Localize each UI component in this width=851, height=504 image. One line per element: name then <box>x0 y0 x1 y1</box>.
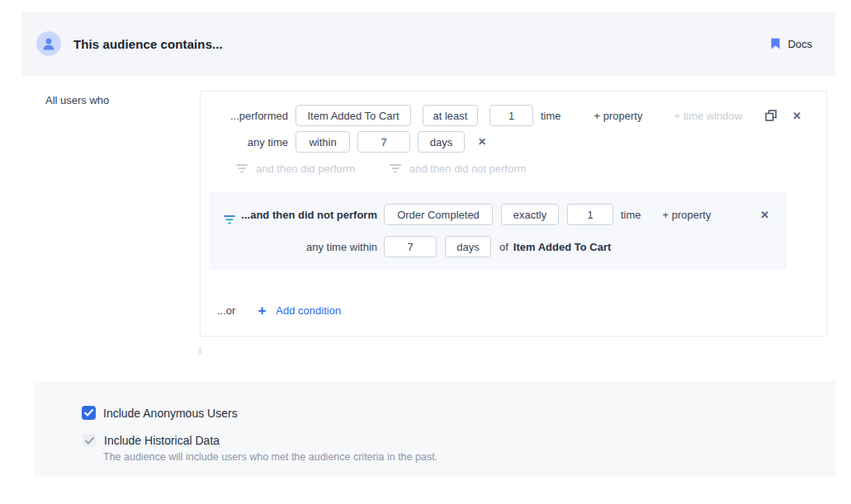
historical-data-checkbox[interactable] <box>83 434 96 447</box>
avatar <box>36 31 61 56</box>
and-then-did-perform-option[interactable]: and then did perform <box>236 163 355 175</box>
add-condition-button[interactable]: + Add condition <box>258 304 341 318</box>
check-icon <box>84 409 93 417</box>
window-operator-select[interactable]: within <box>295 131 350 153</box>
reference-event-label: Item Added To Cart <box>513 241 611 253</box>
duplicate-icon[interactable] <box>765 110 777 121</box>
funnel-icon-active <box>224 215 235 224</box>
audience-header: This audience contains... Docs <box>22 12 835 76</box>
funnel-icon <box>390 164 401 173</box>
historical-data-option: Include Historical Data <box>83 434 220 447</box>
event2-select[interactable]: Order Completed <box>384 204 493 225</box>
count2-input[interactable] <box>567 204 613 225</box>
or-label: ...or <box>217 304 235 317</box>
any-time-within-label: any time within <box>306 241 377 253</box>
remove-time-window-icon[interactable]: ✕ <box>478 137 486 147</box>
historical-data-description: The audience will include users who met … <box>103 451 437 463</box>
operator2-select[interactable]: exactly <box>501 204 559 225</box>
audience-options-section: Include Anonymous Users Include Historic… <box>34 381 835 477</box>
event-select[interactable]: Item Added To Cart <box>295 105 411 126</box>
count-input[interactable] <box>489 105 533 126</box>
plus-icon: + <box>258 304 266 318</box>
condition2-label: ...and then did not perform <box>241 209 377 221</box>
historical-data-label: Include Historical Data <box>104 434 220 447</box>
add-time-window-button[interactable]: + time window <box>674 110 742 122</box>
anonymous-users-option: Include Anonymous Users <box>82 406 238 420</box>
condition2-window-row: any time within days of Item Added To Ca… <box>209 236 787 257</box>
add-condition-label: Add condition <box>276 304 341 317</box>
time2-label: time <box>621 209 641 221</box>
condition-panel: ...performed Item Added To Cart at least… <box>200 91 827 337</box>
remove-condition1-icon[interactable]: ✕ <box>792 111 801 121</box>
remove-condition2-icon[interactable]: ✕ <box>760 210 787 220</box>
window-unit-select[interactable]: days <box>418 131 465 153</box>
and-then-did-not-perform-option[interactable]: and then did not perform <box>390 163 527 175</box>
all-users-label: All users who <box>45 94 109 106</box>
of-label: of <box>499 241 508 253</box>
add-property-button[interactable]: + property <box>594 110 643 122</box>
condition1-window-row: any time within days ✕ <box>201 131 826 153</box>
condition1-main-row: ...performed Item Added To Cart at least… <box>201 105 826 126</box>
window-count-input[interactable] <box>357 131 410 153</box>
docs-label: Docs <box>787 38 812 50</box>
funnel-icon <box>236 164 248 173</box>
any-time-label: any time <box>201 136 288 148</box>
condition2-main-row: ...and then did not perform Order Comple… <box>209 204 787 225</box>
bookmark-icon <box>771 38 780 49</box>
window-unit2-select[interactable]: days <box>445 236 491 257</box>
check-icon <box>85 437 94 445</box>
add-property2-button[interactable]: + property <box>663 209 712 221</box>
time-label: time <box>541 110 561 122</box>
audience-builder-page: This audience contains... Docs All users… <box>0 0 851 504</box>
anonymous-users-checkbox[interactable] <box>82 406 96 420</box>
user-icon <box>43 38 54 50</box>
page-title: This audience contains... <box>73 37 223 51</box>
subcondition-box: ...and then did not perform Order Comple… <box>209 191 787 270</box>
operator-select[interactable]: at least <box>423 105 478 126</box>
docs-link[interactable]: Docs <box>771 38 812 50</box>
window-count2-input[interactable] <box>384 236 437 257</box>
performed-label: ...performed <box>201 110 288 122</box>
or-row: ...or + Add condition <box>201 301 826 319</box>
and-then-did-not-perform-label: and then did not perform <box>409 163 527 175</box>
condition1-actions: ✕ <box>765 110 826 121</box>
connector-tick <box>199 347 201 355</box>
and-then-did-perform-label: and then did perform <box>256 163 355 175</box>
anonymous-users-label: Include Anonymous Users <box>103 407 238 420</box>
followup-options-row: and then did perform and then did not pe… <box>201 161 826 176</box>
